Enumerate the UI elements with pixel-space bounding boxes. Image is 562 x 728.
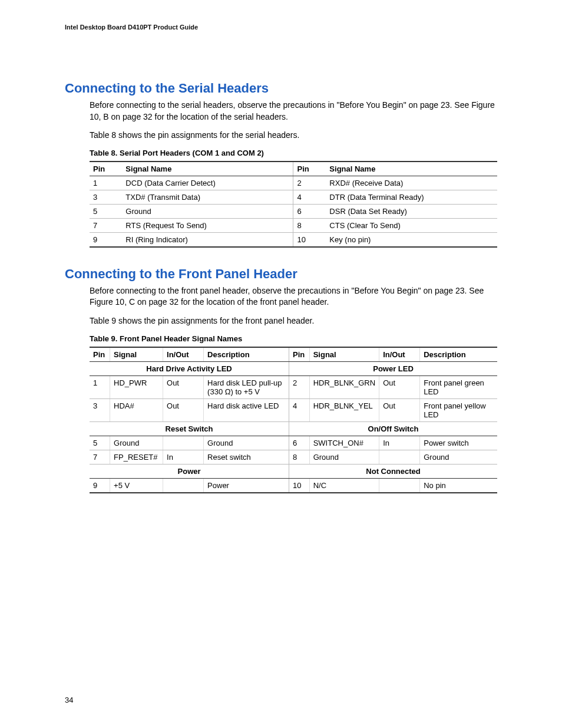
table-row: 7RTS (Request To Send)8CTS (Clear To Sen… [90,218,497,232]
table-cell: DTR (Data Terminal Ready) [326,190,497,204]
col-header: Signal Name [122,162,293,176]
table-cell: 6 [293,204,326,218]
table-cell: Ground [309,450,379,464]
table-cell [379,450,420,464]
group-label: On/Off Switch [289,421,497,436]
paragraph: Table 8 shows the pin assignments for th… [65,130,497,141]
table-cell: Out [163,398,204,421]
table-cell [163,436,204,450]
table-cell: In [379,436,420,450]
table-cell: FP_RESET# [110,450,163,464]
table-group-header: PowerNot Connected [90,464,497,478]
table-cell: 7 [90,218,122,232]
table-cell: CTS (Clear To Send) [326,218,497,232]
table-row: 9+5 VPower10N/CNo pin [90,478,497,493]
table-row: 5GroundGround6SWITCH_ON#InPower switch [90,436,497,450]
table-row: 1DCD (Data Carrier Detect)2RXD# (Receive… [90,176,497,190]
table-cell: RI (Ring Indicator) [122,232,293,247]
table-cell: 6 [289,436,310,450]
table-cell: 9 [90,478,110,493]
table-cell: 10 [293,232,326,247]
table-header-row: Pin Signal In/Out Description Pin Signal… [90,347,497,362]
section-heading-serial: Connecting to the Serial Headers [65,81,497,96]
section-heading-front-panel: Connecting to the Front Panel Header [65,266,497,282]
table-cell: Out [163,375,204,398]
col-header: Description [420,347,497,362]
table-row: 5Ground6DSR (Data Set Ready) [90,204,497,218]
table-cell: 2 [289,375,310,398]
table-cell: 8 [293,218,326,232]
col-header: Signal Name [326,162,497,176]
table-cell: SWITCH_ON# [309,436,379,450]
table-cell: Ground [110,436,163,450]
col-header: Pin [90,347,110,362]
table-cell: 5 [90,436,110,450]
table-cell: N/C [309,478,379,493]
table-cell: 3 [90,398,110,421]
table-cell: HDA# [110,398,163,421]
table-caption: Table 9. Front Panel Header Signal Names [90,334,497,343]
table-cell: HDR_BLNK_GRN [309,375,379,398]
table-cell: 9 [90,232,122,247]
table-cell: 2 [293,176,326,190]
group-label: Power [90,464,289,478]
group-label: Power LED [289,361,497,375]
table-cell: TXD# (Transmit Data) [122,190,293,204]
table-row: 3HDA#OutHard disk active LED4HDR_BLNK_YE… [90,398,497,421]
table-serial-headers: Pin Signal Name Pin Signal Name 1DCD (Da… [90,161,497,248]
table-cell: Power switch [420,436,497,450]
table-cell: Reset switch [204,450,289,464]
table-cell: 10 [289,478,310,493]
table-cell: RTS (Request To Send) [122,218,293,232]
table-cell: 1 [90,176,122,190]
table-cell: Power [204,478,289,493]
table-cell: HD_PWR [110,375,163,398]
table-row: 1HD_PWROutHard disk LED pull-up (330 Ω) … [90,375,497,398]
table-cell: Key (no pin) [326,232,497,247]
table-cell: 8 [289,450,310,464]
table-cell: 3 [90,190,122,204]
paragraph: Before connecting to the front panel hea… [65,285,497,308]
group-label: Reset Switch [90,421,289,436]
table-cell: DCD (Data Carrier Detect) [122,176,293,190]
page-number: 34 [65,696,73,704]
col-header: Pin [289,347,310,362]
table-cell: HDR_BLNK_YEL [309,398,379,421]
col-header: Signal [110,347,163,362]
table-cell: Hard disk active LED [204,398,289,421]
table-cell: Ground [420,450,497,464]
table-cell: Hard disk LED pull-up (330 Ω) to +5 V [204,375,289,398]
table-row: 3TXD# (Transmit Data)4DTR (Data Terminal… [90,190,497,204]
col-header: In/Out [379,347,420,362]
running-header: Intel Desktop Board D410PT Product Guide [65,24,497,31]
table-cell: 5 [90,204,122,218]
col-header: Description [204,347,289,362]
table-cell: DSR (Data Set Ready) [326,204,497,218]
table-row: 9RI (Ring Indicator)10Key (no pin) [90,232,497,247]
table-cell: Ground [204,436,289,450]
table-cell: Front panel green LED [420,375,497,398]
paragraph: Before connecting to the serial headers,… [65,100,497,123]
page-container: Intel Desktop Board D410PT Product Guide… [0,0,562,728]
table-row: 7FP_RESET#InReset switch8GroundGround [90,450,497,464]
table-front-panel: Pin Signal In/Out Description Pin Signal… [90,347,497,493]
paragraph: Table 9 shows the pin assignments for th… [65,315,497,327]
col-header: Pin [293,162,326,176]
col-header: In/Out [163,347,204,362]
table-cell: Ground [122,204,293,218]
col-header: Signal [309,347,379,362]
table-cell [379,478,420,493]
table-cell: RXD# (Receive Data) [326,176,497,190]
col-header: Pin [90,162,122,176]
table-cell: +5 V [110,478,163,493]
group-label: Not Connected [289,464,497,478]
table-cell: Out [379,375,420,398]
table-caption: Table 8. Serial Port Headers (COM 1 and … [90,149,497,157]
table-cell: 1 [90,375,110,398]
table-cell: Front panel yellow LED [420,398,497,421]
table-cell: In [163,450,204,464]
table-cell: Out [379,398,420,421]
table-cell [163,478,204,493]
table-group-header: Reset SwitchOn/Off Switch [90,421,497,436]
table-cell: 4 [289,398,310,421]
